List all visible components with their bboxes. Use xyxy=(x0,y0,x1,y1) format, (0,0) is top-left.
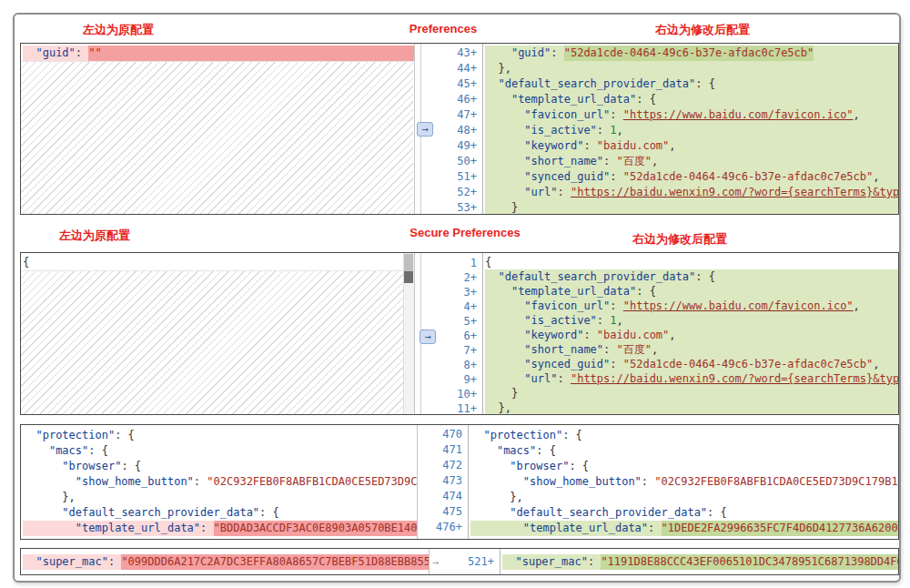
empty-region-hatch xyxy=(21,270,403,414)
preferences-file-title: Preferences xyxy=(410,22,477,35)
code-line: "default_search_provider_data": { xyxy=(23,505,417,521)
code-segment: : xyxy=(583,138,596,154)
code-segment: "protection" xyxy=(483,428,562,443)
line-numbers-gutter: 470471472473474475476+ xyxy=(418,425,469,539)
code-segment: "guid" xyxy=(35,46,75,61)
code-segment: "synced_guid" xyxy=(524,357,610,371)
code-segment xyxy=(23,459,62,474)
merge-right-button[interactable]: → xyxy=(432,556,439,569)
modified-pane[interactable]: { "default_search_provider_data": { "tem… xyxy=(483,253,898,414)
modified-pane[interactable]: "guid": "52da1cde-0464-49c6-b37e-afdac0c… xyxy=(483,44,898,214)
code-line: "super_mac": "1191D8E88CCC43EF0065101DC3… xyxy=(502,554,898,570)
code-segment: "keyword" xyxy=(524,328,583,342)
code-segment xyxy=(470,521,523,536)
annotation-original-left-label: 左边为原配置 xyxy=(83,22,154,38)
code-line: "keyword": "baidu.com", xyxy=(485,328,898,342)
code-segment: "super_mac" xyxy=(515,554,587,570)
code-segment: : { xyxy=(536,443,556,459)
line-number: 47+ xyxy=(426,107,477,123)
modified-pane[interactable]: "super_mac": "1191D8E88CCC43EF0065101DC3… xyxy=(500,549,898,574)
code-segment: "baidu.com" xyxy=(597,328,669,342)
code-segment xyxy=(23,505,62,521)
code-line: "url": "https://baidu.wenxin9.com/?word=… xyxy=(485,185,898,200)
line-number: 476+ xyxy=(418,520,462,535)
code-segment: { xyxy=(23,255,29,269)
code-line: "macs": { xyxy=(470,443,898,459)
code-segment: "default_search_provider_data" xyxy=(498,269,695,284)
code-line: { xyxy=(23,255,414,269)
code-segment: "52da1cde-0464-49c6-b37e-afdac0c7e5cb" xyxy=(564,46,814,61)
code-segment: , xyxy=(652,154,658,169)
code-segment: "favicon_url" xyxy=(524,107,610,123)
line-number: 473 xyxy=(418,473,462,489)
line-number: 5+ xyxy=(426,314,477,329)
code-line: "synced_guid": "52da1cde-0464-49c6-b37e-… xyxy=(485,357,898,371)
line-number: 7+ xyxy=(426,343,477,358)
merge-right-button[interactable]: → xyxy=(417,122,433,137)
code-segment: "template_url_data" xyxy=(76,521,200,536)
code-segment xyxy=(23,521,76,536)
code-segment: "百度" xyxy=(617,154,652,169)
code-segment xyxy=(485,342,524,357)
code-segment: "show_home_button" xyxy=(523,474,642,490)
modified-pane[interactable]: "protection": { "macs": { "browser": { "… xyxy=(469,425,898,539)
line-number: 8+ xyxy=(426,358,477,372)
code-line: "synced_guid": "52da1cde-0464-49c6-b37e-… xyxy=(485,169,898,185)
code-segment: : { xyxy=(636,92,656,107)
line-number: 474 xyxy=(418,489,462,504)
code-line: "favicon_url": "https://www.baidu.com/fa… xyxy=(485,107,898,123)
original-pane[interactable]: "guid": "" xyxy=(21,44,415,214)
merge-right-button[interactable]: → xyxy=(420,329,436,344)
url-link-text: "https://www.baidu.com/favicon.ico" xyxy=(623,107,854,123)
line-number: 3+ xyxy=(426,285,477,299)
annotation-modified-right-label: 右边为修改后配置 xyxy=(632,231,727,248)
code-segment: "1DEDE2FA2996635FC7F4D6D4127736A62004F63… xyxy=(662,521,898,536)
code-segment xyxy=(23,46,35,61)
secure-preferences-file-title: Secure Preferences xyxy=(410,226,520,239)
code-segment: , xyxy=(854,107,860,123)
vertical-scrollbar[interactable] xyxy=(403,253,414,414)
original-pane[interactable]: { xyxy=(21,253,415,414)
code-segment: : { xyxy=(636,284,656,299)
code-line: "protection": { xyxy=(23,428,417,443)
code-segment xyxy=(470,474,523,490)
code-segment xyxy=(23,443,49,459)
code-segment: "template_url_data" xyxy=(511,92,636,107)
code-segment: "short_name" xyxy=(524,342,603,357)
code-segment: "is_active" xyxy=(524,123,596,138)
line-number: 521+ xyxy=(430,554,494,570)
code-segment: "url" xyxy=(524,371,557,386)
code-segment xyxy=(470,490,510,505)
code-line: "super_mac": "099DDD6A217C2A7DC3EFFA80A8… xyxy=(23,554,429,570)
code-segment xyxy=(485,169,524,185)
code-segment xyxy=(485,61,498,76)
code-segment: , xyxy=(854,299,860,313)
code-segment: : { xyxy=(695,269,715,284)
code-line: "protection": { xyxy=(470,428,898,443)
code-segment xyxy=(485,107,524,123)
code-segment: "52da1cde-0464-49c6-b37e-afdac0c7e5cb" xyxy=(623,169,874,185)
code-segment xyxy=(470,505,510,521)
url-link-text: "https://baidu.wenxin9.com/?word={search… xyxy=(571,371,898,386)
code-segment: "default_search_provider_data" xyxy=(498,76,695,92)
code-segment: "02C932FEB0F8ABFB1CDA0CE5ED73D9C179B1090… xyxy=(654,474,898,490)
code-segment: "favicon_url" xyxy=(524,299,610,313)
code-segment: } xyxy=(511,386,518,400)
code-segment: "show_home_button" xyxy=(76,474,194,490)
url-link-text: "https://www.baidu.com/favicon.ico" xyxy=(623,299,854,313)
original-pane[interactable]: "protection": { "macs": { "browser": { "… xyxy=(21,425,418,539)
code-segment: : xyxy=(557,185,570,200)
line-number: 1 xyxy=(426,256,477,270)
line-number: 50+ xyxy=(426,154,477,169)
code-segment: "template_url_data" xyxy=(511,284,636,299)
code-line: { xyxy=(485,255,898,269)
code-segment: "099DDD6A217C2A7DC3EFFA80A8657C7BEBF51D8… xyxy=(121,554,429,570)
code-segment: "52da1cde-0464-49c6-b37e-afdac0c7e5cb" xyxy=(623,357,874,371)
code-line: }, xyxy=(470,490,898,505)
line-number: 471 xyxy=(418,442,462,458)
scrollbar-thumb[interactable] xyxy=(404,254,413,283)
code-segment: , xyxy=(873,169,879,185)
line-number: 475 xyxy=(418,504,462,520)
code-segment: "macs" xyxy=(49,443,88,459)
original-pane[interactable]: "super_mac": "099DDD6A217C2A7DC3EFFA80A8… xyxy=(21,549,430,574)
